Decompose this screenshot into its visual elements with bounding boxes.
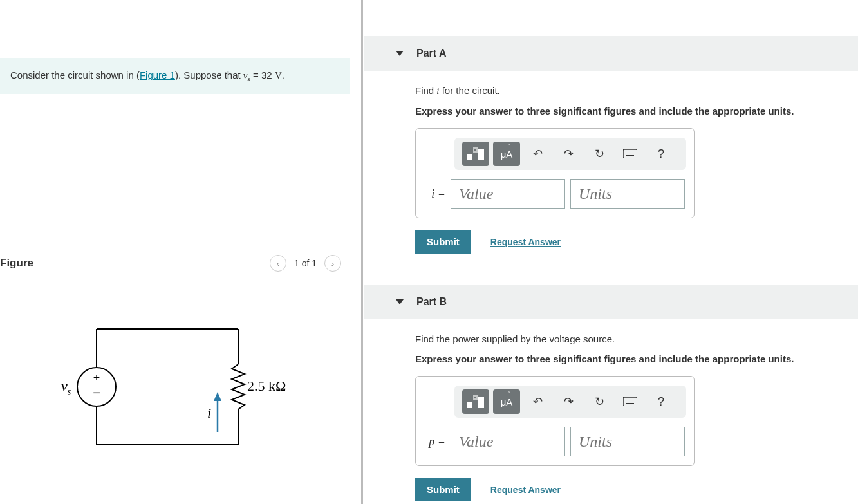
part-a-title: Part A (416, 48, 447, 59)
figure-scroll-area[interactable]: + − vs 2.5 kΩ i (0, 277, 348, 477)
svg-rect-28 (623, 397, 637, 406)
units-input-b[interactable] (570, 427, 685, 456)
undo-button[interactable]: ↶ (524, 142, 551, 166)
svg-rect-18 (623, 149, 637, 158)
svg-text:+: + (93, 371, 100, 384)
units-input-a[interactable] (570, 179, 685, 209)
var-label-a: i = (425, 187, 445, 201)
request-answer-b[interactable]: Request Answer (490, 485, 561, 495)
redo-icon: ↷ (564, 395, 574, 409)
prompt-unit: V (275, 70, 282, 80)
part-b-title: Part B (416, 296, 447, 308)
undo-button[interactable]: ↶ (524, 389, 551, 414)
svg-text:i: i (207, 405, 211, 421)
chevron-down-icon (396, 51, 404, 56)
request-answer-a[interactable]: Request Answer (490, 237, 561, 247)
reset-button[interactable]: ↻ (586, 389, 613, 414)
reset-icon: ↻ (595, 395, 604, 409)
value-input-b[interactable] (451, 427, 565, 456)
part-a-header[interactable]: Part A (364, 36, 858, 71)
figure-title: Figure (0, 257, 33, 270)
keyboard-button[interactable] (617, 142, 644, 166)
template-button[interactable] (462, 142, 489, 166)
help-button[interactable]: ? (648, 389, 675, 414)
redo-button[interactable]: ↷ (555, 389, 582, 414)
units-button[interactable]: μA° (493, 389, 520, 414)
value-input-a[interactable] (451, 179, 565, 209)
svg-marker-12 (214, 392, 221, 401)
figure-prev-button[interactable]: ‹ (270, 255, 286, 272)
circuit-diagram: + − vs 2.5 kΩ i (0, 277, 335, 477)
reset-icon: ↻ (595, 147, 604, 161)
problem-statement: Consider the circuit shown in (Figure 1)… (0, 58, 350, 94)
prompt-var: v (243, 70, 248, 80)
redo-button[interactable]: ↷ (555, 142, 582, 166)
part-b-header[interactable]: Part B (364, 285, 858, 319)
prompt-suffix: . (282, 70, 284, 80)
part-b-question: Find the power supplied by the voltage s… (415, 333, 845, 344)
keyboard-icon (623, 149, 637, 158)
reset-button[interactable]: ↻ (586, 142, 613, 166)
keyboard-button[interactable] (617, 389, 644, 414)
submit-button-b[interactable]: Submit (415, 478, 471, 501)
template-button[interactable] (462, 389, 489, 414)
keyboard-icon (623, 397, 637, 406)
units-button[interactable]: μA° (493, 142, 520, 166)
svg-rect-26 (478, 397, 484, 408)
chevron-down-icon (396, 299, 404, 304)
submit-button-a[interactable]: Submit (415, 230, 471, 254)
var-label-b: p = (425, 435, 445, 449)
part-b-instruction: Express your answer to three significant… (415, 353, 845, 364)
prompt-eq: = 32 (250, 70, 275, 80)
prompt-text-2: ). Suppose that (175, 70, 243, 80)
figure-nav-label: 1 of 1 (294, 258, 317, 268)
answer-box-b: μA° ↶ ↷ ↻ ? p = (415, 376, 695, 466)
undo-icon: ↶ (533, 395, 543, 409)
svg-text:2.5 kΩ: 2.5 kΩ (247, 378, 286, 394)
svg-rect-27 (474, 397, 476, 398)
part-a-question: Find i for the circuit. (415, 85, 845, 97)
svg-rect-17 (474, 149, 476, 151)
svg-rect-14 (467, 154, 472, 160)
answer-box-a: μA° ↶ ↷ ↻ ? i = (415, 128, 695, 218)
figure-next-button[interactable]: › (324, 255, 341, 272)
undo-icon: ↶ (533, 147, 543, 161)
redo-icon: ↷ (564, 147, 574, 161)
help-button[interactable]: ? (648, 142, 675, 166)
svg-text:vs: vs (61, 378, 71, 397)
part-a-instruction: Express your answer to three significant… (415, 106, 845, 117)
panel-divider[interactable] (361, 0, 362, 504)
figure-link[interactable]: Figure 1 (140, 70, 175, 80)
prompt-text-1: Consider the circuit shown in ( (10, 70, 140, 80)
svg-rect-16 (478, 149, 484, 160)
svg-text:−: − (93, 386, 100, 400)
svg-rect-24 (467, 402, 472, 408)
